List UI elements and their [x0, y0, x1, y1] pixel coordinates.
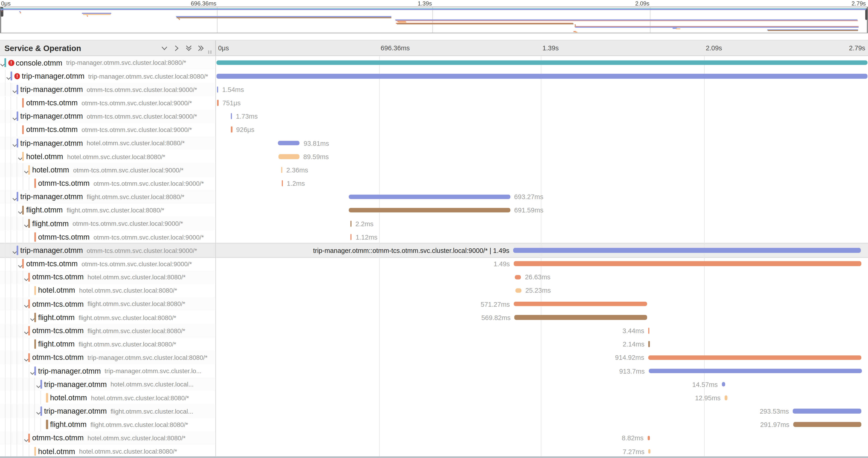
span-duration-bar[interactable]	[231, 127, 232, 133]
minimap-span	[575, 27, 859, 28]
double-chevron-down-icon[interactable]	[184, 44, 193, 53]
span-tree-row[interactable]: otmm-tcs.otmmotmm-tcs.otmm.svc.cluster.l…	[0, 96, 215, 109]
row-collapse-chevron-icon[interactable]	[30, 315, 35, 320]
span-tree-row[interactable]: otmm-tcs.otmmhotel.otmm.svc.cluster.loca…	[0, 431, 215, 445]
span-duration-bar[interactable]	[349, 208, 510, 213]
span-tree-row[interactable]: trip-manager.otmmflight.otmm.svc.cluster…	[0, 190, 215, 203]
span-tree-row[interactable]: hotel.otmmhotel.otmm.svc.cluster.local:8…	[0, 391, 215, 404]
row-collapse-chevron-icon[interactable]	[12, 140, 17, 145]
span-duration-bar[interactable]	[217, 100, 219, 106]
span-duration-bar[interactable]	[648, 328, 649, 334]
row-collapse-chevron-icon[interactable]	[12, 113, 17, 119]
span-tree-row[interactable]: flight.otmmflight.otmm.svc.cluster.local…	[0, 418, 215, 431]
indent-guide	[23, 270, 23, 284]
span-tree-row[interactable]: otmm-tcs.otmmflight.otmm.svc.cluster.loc…	[0, 324, 215, 337]
indent-guide	[5, 284, 5, 297]
span-duration-bar[interactable]	[217, 60, 868, 65]
span-duration-bar[interactable]	[515, 275, 521, 280]
span-tree-row[interactable]: hotel.otmmhotel.otmm.svc.cluster.local:8…	[0, 284, 215, 297]
span-duration-bar[interactable]	[278, 141, 300, 145]
span-operation-name: hotel.otmm.svc.cluster.local:8080/*	[67, 153, 165, 160]
span-duration-bar[interactable]	[648, 355, 862, 360]
span-duration-bar[interactable]	[722, 382, 725, 387]
span-tree-row[interactable]: hotel.otmmotmm-tcs.otmm.svc.cluster.loca…	[0, 163, 215, 176]
indent-guide	[10, 230, 11, 243]
span-duration-bar[interactable]	[514, 315, 647, 320]
span-duration-bar[interactable]	[230, 113, 232, 120]
span-tree-row[interactable]: !console.otmmtrip-manager.otmm.svc.clust…	[0, 56, 215, 69]
indent-guide	[10, 176, 11, 190]
span-duration-bar[interactable]	[350, 234, 352, 240]
column-resize-grip[interactable]	[208, 51, 212, 54]
span-duration-bar[interactable]	[513, 248, 861, 253]
span-tree-row[interactable]: trip-manager.otmmotmm-tcs.otmm.svc.clust…	[0, 244, 215, 257]
trace-minimap[interactable]: 0μs696.36ms1.39s2.09s2.79s	[0, 0, 868, 33]
span-tree-row[interactable]: trip-manager.otmmtrip-manager.otmm.svc.c…	[0, 364, 215, 378]
span-service-name: trip-manager.otmm	[44, 407, 107, 415]
span-duration-bar[interactable]	[647, 435, 650, 440]
span-duration-bar[interactable]	[281, 180, 283, 187]
span-duration-bar[interactable]	[350, 221, 352, 227]
row-collapse-chevron-icon[interactable]	[6, 73, 11, 78]
span-tree-row[interactable]: otmm-tcs.otmmhotel.otmm.svc.cluster.loca…	[0, 270, 215, 284]
span-tree-row[interactable]: trip-manager.otmmotmm-tcs.otmm.svc.clust…	[0, 83, 215, 96]
horizontal-scrollbar[interactable]	[0, 456, 868, 458]
indent-guide	[34, 391, 35, 404]
minimap-span	[87, 15, 88, 17]
span-tree-row[interactable]: otmm-tcs.otmmotmm-tcs.otmm.svc.cluster.l…	[0, 176, 215, 190]
span-tree-row[interactable]: flight.otmmflight.otmm.svc.cluster.local…	[0, 337, 215, 351]
minimap-scrubber-right-handle[interactable]	[865, 8, 868, 20]
indent-guide	[5, 270, 5, 284]
span-duration-bar[interactable]	[514, 261, 861, 266]
span-tree-row[interactable]: otmm-tcs.otmmotmm-tcs.otmm.svc.cluster.l…	[0, 230, 215, 243]
minimap-tick-label: 2.79s	[852, 0, 866, 7]
span-duration-bar[interactable]	[217, 74, 868, 78]
span-duration-bar[interactable]	[648, 368, 862, 373]
span-operation-name: trip-manager.otmm.svc.cluster.local:8080…	[88, 73, 208, 79]
row-collapse-chevron-icon[interactable]	[36, 382, 41, 387]
minimap-span	[397, 24, 574, 25]
row-collapse-chevron-icon[interactable]	[12, 87, 17, 92]
span-tree-row[interactable]: otmm-tcs.otmmflight.otmm.svc.cluster.loc…	[0, 297, 215, 310]
row-collapse-chevron-icon[interactable]	[12, 194, 17, 199]
row-collapse-chevron-icon[interactable]	[36, 408, 41, 414]
row-collapse-chevron-icon[interactable]	[30, 368, 35, 373]
row-collapse-chevron-icon[interactable]	[12, 248, 17, 253]
span-tree-row[interactable]: !trip-manager.otmmtrip-manager.otmm.svc.…	[0, 69, 215, 83]
span-tree-row[interactable]: flight.otmmotmm-tcs.otmm.svc.cluster.loc…	[0, 217, 215, 230]
span-duration-bar[interactable]	[648, 449, 651, 454]
span-tree-row[interactable]: flight.otmmflight.otmm.svc.cluster.local…	[0, 203, 215, 217]
indent-guide	[10, 136, 11, 150]
chevron-down-icon[interactable]	[160, 44, 169, 53]
span-duration-bar[interactable]	[793, 422, 861, 427]
span-duration-bar[interactable]	[514, 302, 647, 306]
indent-guide	[17, 391, 17, 404]
span-service-name: console.otmm	[16, 59, 62, 67]
span-duration-label: 569.82ms	[482, 314, 510, 322]
span-duration-bar[interactable]	[217, 87, 218, 93]
double-chevron-right-icon[interactable]	[196, 44, 205, 53]
span-tree-row[interactable]: hotel.otmmhotel.otmm.svc.cluster.local:8…	[0, 150, 215, 163]
span-duration-bar[interactable]	[724, 395, 727, 400]
span-duration-bar[interactable]	[281, 167, 282, 173]
span-duration-label: 291.97ms	[760, 421, 789, 429]
span-tree-row[interactable]: otmm-tcs.otmmotmm-tcs.otmm.svc.cluster.l…	[0, 123, 215, 136]
span-duration-bar[interactable]	[516, 288, 522, 293]
span-tree-row[interactable]: flight.otmmflight.otmm.svc.cluster.local…	[0, 310, 215, 324]
span-tree-row[interactable]: otmm-tcs.otmmtrip-manager.otmm.svc.clust…	[0, 351, 215, 364]
indent-guide	[5, 230, 5, 243]
span-duration-bar[interactable]	[793, 409, 861, 414]
span-tree-row[interactable]: otmm-tcs.otmmotmm-tcs.otmm.svc.cluster.l…	[0, 257, 215, 270]
span-duration-bar[interactable]	[278, 154, 299, 159]
minimap-canvas[interactable]	[0, 7, 868, 33]
indent-guide	[10, 324, 11, 337]
chevron-right-icon[interactable]	[172, 44, 181, 53]
span-tree-row[interactable]: trip-manager.otmmhotel.otmm.svc.cluster.…	[0, 136, 215, 150]
span-tree-row[interactable]: trip-manager.otmmflight.otmm.svc.cluster…	[0, 404, 215, 418]
span-tree-row[interactable]: trip-manager.otmmotmm-tcs.otmm.svc.clust…	[0, 110, 215, 123]
span-service-name: flight.otmm	[50, 420, 87, 429]
span-tree-row[interactable]: trip-manager.otmmhotel.otmm.svc.cluster.…	[0, 378, 215, 391]
span-duration-bar[interactable]	[348, 194, 510, 199]
indent-guide	[29, 404, 29, 418]
span-duration-bar[interactable]	[648, 341, 650, 348]
